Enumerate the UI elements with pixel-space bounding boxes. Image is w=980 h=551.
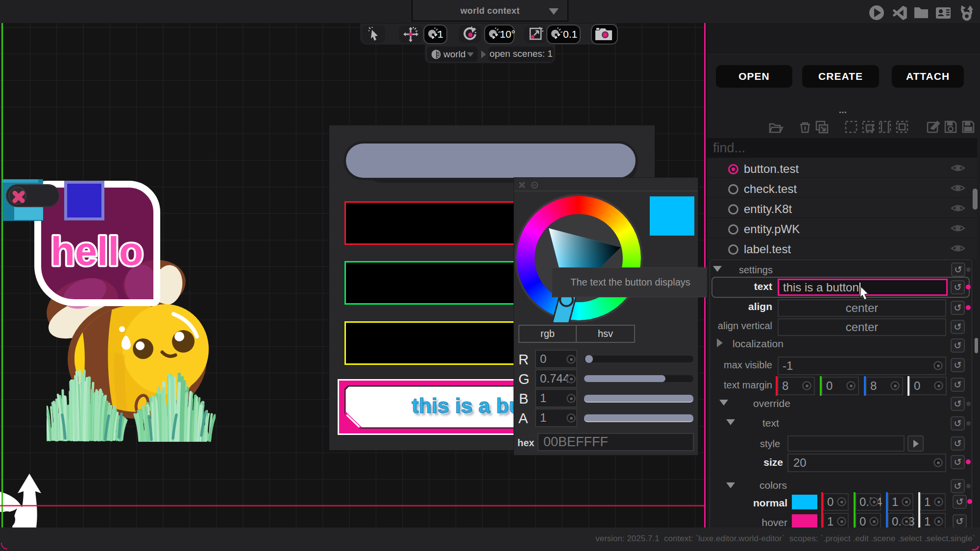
svg-text:hello: hello bbox=[50, 229, 143, 273]
